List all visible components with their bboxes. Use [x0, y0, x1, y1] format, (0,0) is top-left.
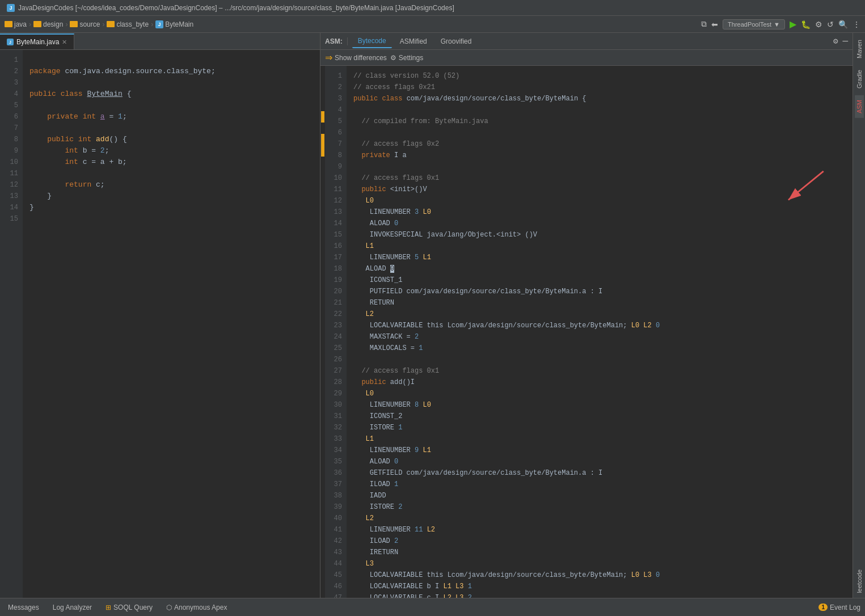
- asm-line-1: // class version 52.0 (52): [353, 70, 846, 82]
- sidebar-tab-gradle[interactable]: Gradle: [855, 65, 864, 93]
- asm-tab-groovified[interactable]: Groovified: [435, 35, 478, 48]
- build-icon[interactable]: ⚙: [815, 20, 822, 29]
- bottom-tab-messages[interactable]: Messages: [5, 601, 43, 614]
- run-button[interactable]: ▶: [790, 19, 796, 29]
- show-diff-arrow-icon: ⇒: [325, 52, 332, 63]
- asm-line-38: IADD: [353, 490, 846, 501]
- asm-line-15: INVOKESPECIAL java/lang/Object.<init> ()…: [353, 229, 846, 241]
- asm-line-5: // compiled from: ByteMain.java: [353, 116, 846, 127]
- asm-settings-icon[interactable]: ⚙: [833, 36, 838, 46]
- code-line-6: private int a = 1;: [29, 111, 313, 123]
- nav-label-design: design: [43, 20, 63, 28]
- asm-tab-bytecode[interactable]: Bytecode: [352, 35, 392, 48]
- asm-line-6: [353, 127, 846, 138]
- asm-line-4: [353, 104, 846, 116]
- asm-line-46: LOCALVARIABLE b I L1 L3 1: [353, 581, 846, 592]
- nav-label-class-byte: class_byte: [116, 20, 149, 28]
- asm-tab-asmified[interactable]: ASMified: [394, 35, 433, 48]
- nav-sep-3: ›: [102, 20, 104, 28]
- diff-markers-strip: [320, 66, 325, 598]
- search-icon[interactable]: 🔍: [838, 20, 848, 29]
- nav-item-bytemain[interactable]: J ByteMain: [155, 20, 193, 28]
- asm-line-17: LINENUMBER 5 L1: [353, 252, 846, 263]
- tab-close-button[interactable]: ✕: [62, 39, 67, 46]
- log-analyzer-label: Log Analyzer: [53, 604, 92, 611]
- settings-label: Settings: [399, 54, 423, 62]
- nav-right: ⧉ ⬅ ThreadPoolTest ▼ ▶ 🐛 ⚙ ↺ 🔍 ⋮: [701, 19, 860, 29]
- reload-icon[interactable]: ↺: [827, 20, 834, 29]
- editor-panel: J ByteMain.java ✕ 1 2 3 4 5 6 7 8 9 10 1…: [0, 33, 320, 598]
- title-bar: J JavaDesignCodes [~/codes/idea_codes/De…: [0, 0, 865, 16]
- asm-line-43: IRETURN: [353, 547, 846, 558]
- asm-label: ASM:: [325, 37, 348, 45]
- asm-line-25: MAXLOCALS = 1: [353, 343, 846, 354]
- bottom-bar: Messages Log Analyzer ⊞ SOQL Query ⬡ Ano…: [0, 598, 865, 616]
- tab-label: ByteMain.java: [16, 38, 59, 46]
- code-line-15: [29, 213, 313, 225]
- asm-line-26: [353, 354, 846, 365]
- asm-line-19: ICONST_1: [353, 275, 846, 286]
- window-title: JavaDesignCodes [~/codes/idea_codes/Demo…: [18, 4, 454, 12]
- nav-item-source[interactable]: source: [70, 20, 100, 28]
- sidebar-tab-maven[interactable]: Maven: [855, 35, 864, 63]
- apex-icon: ⬡: [166, 604, 172, 611]
- sidebar-tab-leetcode[interactable]: leetcode: [855, 565, 864, 598]
- asm-code-content[interactable]: // class version 52.0 (52) // access fla…: [347, 66, 853, 598]
- event-log-button[interactable]: 1 Event Log: [818, 604, 860, 611]
- nav-sep-2: ›: [65, 20, 67, 28]
- asm-line-29: L0: [353, 388, 846, 399]
- code-line-11: [29, 168, 313, 179]
- nav-item-class-byte[interactable]: class_byte: [107, 20, 149, 28]
- bottom-tab-log-analyzer[interactable]: Log Analyzer: [49, 601, 95, 614]
- messages-label: Messages: [8, 604, 39, 611]
- asm-line-16: L1: [353, 241, 846, 252]
- asm-line-20: PUTFIELD com/java/design/source/class_by…: [353, 286, 846, 297]
- asm-toolbar: ⇒ Show differences ⚙ Settings: [320, 50, 853, 66]
- asm-panel: ASM: Bytecode ASMified Groovified ⚙ — ⇒ …: [320, 33, 853, 598]
- nav-bar: java › design › source › class_byte › J …: [0, 16, 865, 33]
- run-config-selector[interactable]: ThreadPoolTest ▼: [723, 19, 785, 29]
- code-line-9: int b = 2;: [29, 145, 313, 157]
- asm-line-3: public class com/java/design/source/clas…: [353, 93, 846, 104]
- code-line-7: [29, 123, 313, 134]
- nav-label-source: source: [79, 20, 100, 28]
- bottom-tab-anonymous-apex[interactable]: ⬡ Anonymous Apex: [163, 601, 230, 614]
- show-diff-label: Show differences: [335, 54, 387, 62]
- asm-line-9: [353, 161, 846, 172]
- code-line-13: }: [29, 191, 313, 202]
- asm-line-12: L0: [353, 195, 846, 206]
- code-editor[interactable]: 1 2 3 4 5 6 7 8 9 10 11 12 13 14 15 pack…: [0, 50, 320, 598]
- main-content: J ByteMain.java ✕ 1 2 3 4 5 6 7 8 9 10 1…: [0, 33, 865, 598]
- code-line-14: }: [29, 202, 313, 213]
- asm-code-area[interactable]: 1 2 3 4 5 6 7 8 9 10 11 12 13 14 15 16 1…: [320, 66, 853, 598]
- bottom-tab-soql-query[interactable]: ⊞ SOQL Query: [102, 601, 156, 614]
- source-code[interactable]: package com.java.design.source.class_byt…: [23, 50, 320, 598]
- asm-header-right: ⚙ —: [833, 36, 848, 47]
- asm-line-11: public <init>()V: [353, 184, 846, 195]
- line-numbers: 1 2 3 4 5 6 7 8 9 10 11 12 13 14 15: [0, 50, 23, 598]
- sidebar-tab-asm[interactable]: ASM: [855, 95, 864, 118]
- asm-line-47: LOCALVARIABLE c I L2 L3 2: [353, 592, 846, 598]
- folder-icon: [5, 21, 12, 27]
- asm-line-40: L2: [353, 513, 846, 524]
- event-badge: 1: [818, 604, 828, 611]
- show-diff-button[interactable]: ⇒ Show differences: [325, 52, 387, 63]
- nav-item-design[interactable]: design: [33, 20, 63, 28]
- asm-line-41: LINENUMBER 11 L2: [353, 524, 846, 535]
- asm-line-10: // access flags 0x1: [353, 172, 846, 184]
- window-icon[interactable]: ⧉: [701, 19, 707, 29]
- asm-line-31: ICONST_2: [353, 411, 846, 422]
- soql-label: SOQL Query: [113, 604, 153, 611]
- asm-minimize-icon[interactable]: —: [842, 36, 848, 47]
- debug-button[interactable]: 🐛: [801, 20, 811, 29]
- settings-button[interactable]: ⚙ Settings: [390, 54, 423, 62]
- asm-line-39: ISTORE 2: [353, 501, 846, 513]
- back-icon[interactable]: ⬅: [711, 20, 718, 29]
- code-line-10: int c = a + b;: [29, 157, 313, 168]
- nav-item-java[interactable]: java: [5, 20, 27, 28]
- settings-icon[interactable]: ⋮: [853, 20, 860, 29]
- code-line-3: [29, 77, 313, 88]
- asm-line-23: LOCALVARIABLE this Lcom/java/design/sour…: [353, 320, 846, 331]
- asm-line-32: ISTORE 1: [353, 422, 846, 433]
- tab-bytemain[interactable]: J ByteMain.java ✕: [0, 33, 74, 49]
